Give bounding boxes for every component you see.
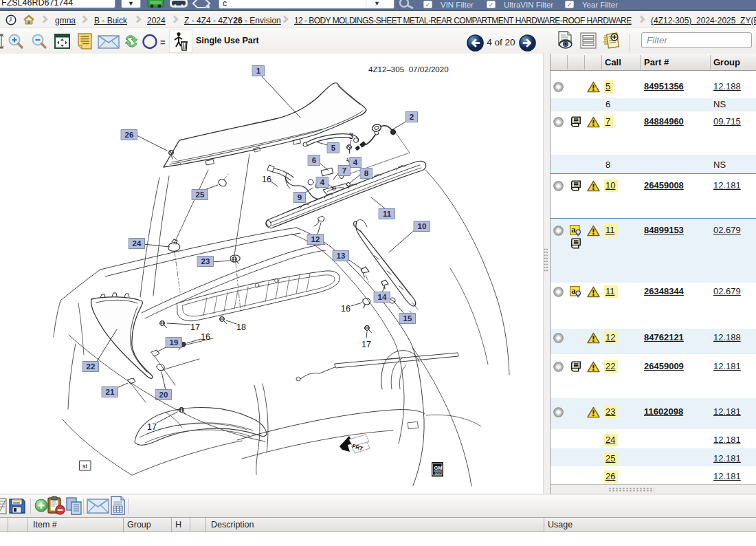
svg-text:16: 16 [201, 332, 210, 342]
svg-text:4: 4 [353, 158, 358, 166]
svg-text:1: 1 [256, 67, 261, 75]
svg-text:17: 17 [190, 323, 200, 332]
svg-text:19: 19 [170, 338, 179, 347]
svg-text:16: 16 [341, 304, 351, 314]
svg-text:12: 12 [311, 235, 320, 243]
svg-text:14: 14 [378, 293, 387, 301]
svg-text:16: 16 [262, 175, 271, 184]
svg-text:22: 22 [87, 362, 96, 371]
svg-text:st: st [82, 463, 88, 470]
svg-text:23: 23 [201, 257, 210, 265]
svg-text:15: 15 [403, 314, 412, 323]
svg-text:6: 6 [312, 156, 316, 164]
svg-text:4: 4 [320, 178, 325, 186]
svg-text:3: 3 [349, 131, 354, 141]
svg-text:8: 8 [364, 169, 369, 177]
svg-text:4Z12–305 07/02/2020: 4Z12–305 07/02/2020 [368, 65, 449, 74]
svg-text:21: 21 [106, 388, 115, 396]
svg-text:9001: 9001 [435, 472, 443, 476]
svg-text:a: a [572, 286, 576, 296]
svg-text:13: 13 [337, 252, 346, 260]
svg-text:17: 17 [147, 422, 157, 432]
svg-text:20: 20 [159, 391, 168, 399]
svg-text:18: 18 [236, 323, 246, 332]
svg-text:25: 25 [196, 190, 205, 199]
svg-text:GM: GM [434, 465, 443, 471]
svg-text:5: 5 [331, 144, 336, 152]
svg-text:10: 10 [418, 222, 427, 230]
svg-text:24: 24 [133, 239, 142, 248]
svg-text:9: 9 [298, 193, 302, 201]
svg-text:a: a [572, 225, 576, 234]
svg-text:26: 26 [125, 131, 134, 139]
svg-text:11: 11 [383, 210, 392, 218]
svg-text:7: 7 [342, 166, 346, 175]
svg-text:17: 17 [362, 340, 371, 349]
svg-text:2: 2 [410, 113, 414, 121]
